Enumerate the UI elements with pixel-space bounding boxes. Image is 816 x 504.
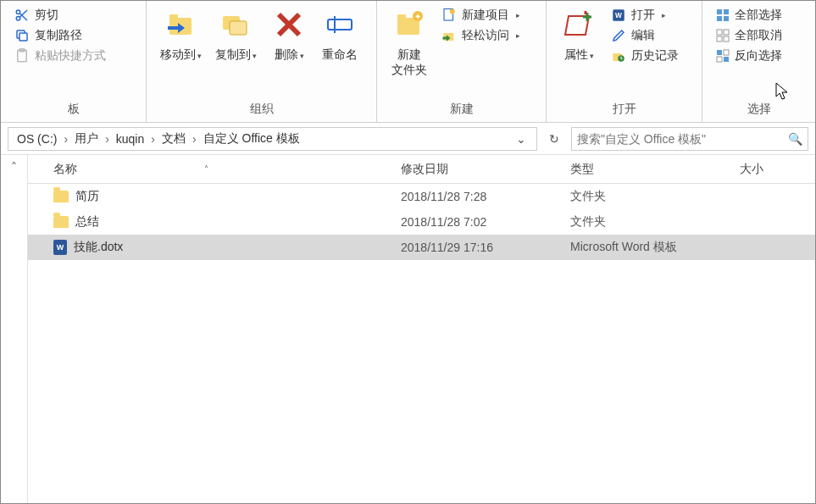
- file-date: 2018/11/28 7:28: [401, 190, 570, 203]
- svg-rect-29: [717, 16, 722, 21]
- svg-text:W: W: [615, 12, 622, 19]
- copy-path-icon: [14, 28, 30, 43]
- file-name: 技能.dotx: [74, 240, 123, 255]
- svg-rect-5: [19, 33, 27, 41]
- ribbon-group-select: 全部选择 全部取消 反向选择 选择: [702, 1, 815, 122]
- svg-point-1: [16, 17, 20, 21]
- easy-access-button[interactable]: 轻松访问▸: [438, 26, 524, 45]
- svg-point-0: [16, 10, 20, 14]
- paste-shortcut-icon: [14, 48, 30, 64]
- ribbon-group-open: 属性▾ W 打开▸ 编辑 历史记录 打开: [547, 1, 702, 122]
- file-list: 名称 ˄ 修改日期 类型 大小 简历2018/11/28 7:28文件夹总结20…: [28, 155, 815, 503]
- new-folder-icon: ✦: [392, 8, 426, 42]
- file-name: 简历: [75, 189, 99, 204]
- word-file-icon: W: [53, 240, 67, 255]
- search-icon[interactable]: 🔍: [788, 132, 802, 146]
- delete-button[interactable]: 删除▾: [264, 4, 314, 64]
- paste-shortcut-label: 粘贴快捷方式: [35, 48, 106, 64]
- file-type: 文件夹: [570, 189, 774, 204]
- ribbon-group-organize: 移动到▾ 复制到▾ 删除▾ 重命名 组织: [147, 1, 377, 122]
- history-icon: [611, 48, 626, 64]
- table-row[interactable]: 简历2018/11/28 7:28文件夹: [28, 184, 815, 209]
- svg-rect-32: [724, 30, 729, 35]
- file-type: 文件夹: [570, 214, 774, 230]
- invert-selection-button[interactable]: 反向选择: [713, 47, 785, 65]
- svg-rect-11: [230, 21, 247, 35]
- svg-point-21: [450, 9, 455, 14]
- rename-button[interactable]: 重命名: [314, 4, 365, 64]
- svg-rect-17: [397, 14, 406, 19]
- chevron-right-icon[interactable]: ›: [191, 132, 198, 146]
- svg-rect-38: [724, 57, 729, 62]
- ribbon-group-new: ✦ 新建 文件夹 新建项目▸ 轻松访问▸ 新建: [377, 1, 547, 122]
- column-date[interactable]: 修改日期: [401, 162, 570, 177]
- copy-path-label: 复制路径: [35, 28, 82, 43]
- select-all-button[interactable]: 全部选择: [713, 6, 785, 25]
- invert-selection-icon: [716, 49, 730, 63]
- cut-label: 剪切: [35, 8, 58, 23]
- address-bar: OS (C:)› 用户› kuqin› 文档› 自定义 Office 模板 ⌄ …: [1, 123, 815, 155]
- table-row[interactable]: W技能.dotx2018/11/29 17:16Microsoft Word 模…: [28, 235, 815, 260]
- svg-rect-27: [717, 9, 722, 14]
- properties-icon: [562, 8, 596, 42]
- breadcrumb-dropdown-icon[interactable]: ⌄: [511, 130, 531, 147]
- edit-icon: [611, 28, 626, 43]
- ribbon-group-clipboard: 剪切 复制路径 粘贴快捷方式 板: [1, 1, 147, 122]
- chevron-right-icon[interactable]: ›: [149, 132, 157, 146]
- word-open-icon: W: [611, 8, 626, 23]
- svg-rect-33: [717, 36, 722, 42]
- svg-rect-30: [724, 16, 729, 21]
- breadcrumb[interactable]: OS (C:)› 用户› kuqin› 文档› 自定义 Office 模板 ⌄: [8, 127, 537, 151]
- refresh-button[interactable]: ↻: [544, 130, 564, 147]
- folder-icon: [53, 191, 69, 202]
- column-type[interactable]: 类型: [570, 162, 740, 177]
- crumb-3[interactable]: 文档: [158, 130, 189, 148]
- chevron-right-icon[interactable]: ›: [103, 132, 111, 146]
- new-folder-button[interactable]: ✦ 新建 文件夹: [384, 4, 435, 79]
- delete-x-icon: [274, 9, 304, 40]
- svg-rect-14: [328, 19, 352, 30]
- ribbon: 剪切 复制路径 粘贴快捷方式 板 移动到▾ 复制到▾: [1, 1, 815, 123]
- open-group-label: 打开: [547, 98, 702, 122]
- copy-path-button[interactable]: 复制路径: [11, 26, 109, 45]
- crumb-4[interactable]: 自定义 Office 模板: [200, 130, 303, 148]
- folder-icon: [53, 216, 69, 228]
- copy-to-button[interactable]: 复制到▾: [208, 4, 264, 64]
- history-button[interactable]: 历史记录: [608, 47, 682, 65]
- organize-group-label: 组织: [147, 98, 376, 122]
- file-date: 2018/11/28 7:02: [401, 215, 570, 229]
- select-none-icon: [716, 29, 730, 42]
- svg-rect-37: [717, 57, 722, 62]
- rename-icon: [323, 8, 357, 42]
- column-name[interactable]: 名称 ˄: [28, 162, 401, 177]
- column-size[interactable]: 大小: [740, 162, 815, 177]
- open-button[interactable]: W 打开▸: [608, 6, 682, 25]
- edit-button[interactable]: 编辑: [608, 26, 682, 45]
- select-none-button[interactable]: 全部取消: [713, 26, 785, 45]
- file-type: Microsoft Word 模板: [570, 240, 774, 255]
- nav-tree-strip[interactable]: ˄: [1, 155, 28, 503]
- chevron-up-icon[interactable]: ˄: [11, 160, 17, 174]
- svg-rect-36: [724, 50, 729, 55]
- table-row[interactable]: 总结2018/11/28 7:02文件夹: [28, 209, 815, 235]
- new-item-button[interactable]: 新建项目▸: [438, 6, 524, 25]
- new-item-icon: [441, 8, 457, 23]
- file-date: 2018/11/29 17:16: [401, 241, 570, 254]
- move-to-button[interactable]: 移动到▾: [153, 4, 208, 64]
- search-box[interactable]: 🔍: [571, 127, 808, 151]
- search-input[interactable]: [577, 132, 788, 146]
- column-headers: 名称 ˄ 修改日期 类型 大小: [28, 155, 815, 184]
- crumb-0[interactable]: OS (C:): [14, 130, 60, 147]
- paste-shortcut-button[interactable]: 粘贴快捷方式: [11, 47, 109, 65]
- chevron-right-icon[interactable]: ›: [62, 132, 69, 146]
- file-name: 总结: [75, 214, 99, 230]
- content-area: ˄ 名称 ˄ 修改日期 类型 大小 简历2018/11/28 7:28文件夹总结…: [1, 155, 815, 503]
- select-group-label: 选择: [702, 98, 815, 122]
- scissors-icon: [14, 8, 30, 23]
- crumb-1[interactable]: 用户: [71, 130, 102, 148]
- cut-button[interactable]: 剪切: [11, 6, 109, 25]
- crumb-2[interactable]: kuqin: [113, 130, 147, 147]
- clipboard-group-label: 板: [1, 98, 146, 122]
- properties-button[interactable]: 属性▾: [553, 4, 604, 64]
- sort-indicator-icon: ˄: [204, 164, 208, 174]
